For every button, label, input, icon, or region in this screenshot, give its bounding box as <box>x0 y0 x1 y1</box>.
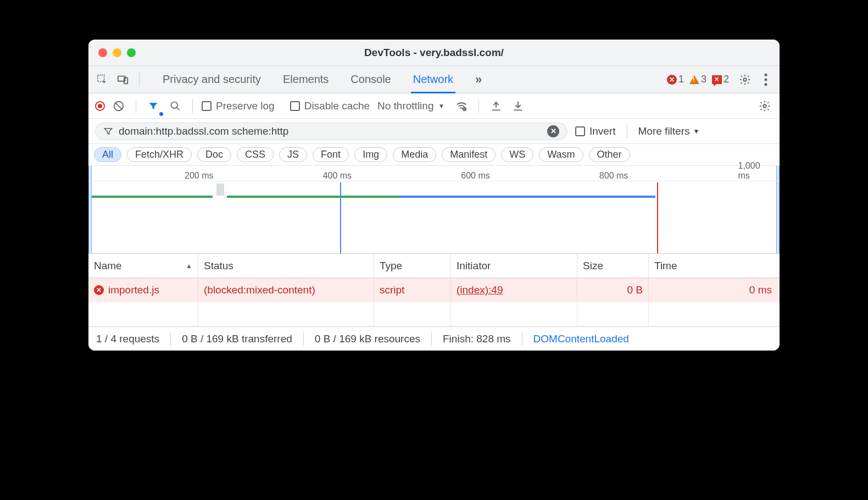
filter-toggle-icon[interactable] <box>145 98 162 114</box>
preserve-log-checkbox[interactable]: Preserve log <box>202 100 275 112</box>
table-empty-row <box>88 302 780 326</box>
timeline-ruler: 200 ms 400 ms 600 ms 800 ms 1,000 ms <box>88 166 780 181</box>
import-har-icon[interactable] <box>510 98 526 114</box>
table-row[interactable]: ✕imported.js (blocked:mixed-content) scr… <box>88 278 780 302</box>
close-window-icon[interactable] <box>98 48 107 57</box>
cell-time: 0 ms <box>649 278 780 302</box>
finish-summary: Finish: 828 ms <box>443 333 511 345</box>
timeline-overview[interactable]: 200 ms 400 ms 600 ms 800 ms 1,000 ms <box>88 166 780 254</box>
error-icon: ✕ <box>667 75 677 85</box>
warnings-badge[interactable]: 3 <box>689 74 706 85</box>
divider <box>478 99 479 113</box>
checkbox-icon <box>202 101 212 111</box>
col-type[interactable]: Type <box>374 254 451 277</box>
status-counters: ✕1 3 ✕2 <box>667 74 729 85</box>
tab-console[interactable]: Console <box>348 66 393 93</box>
window-title: DevTools - very.badssl.com/ <box>88 47 780 59</box>
tabs-overflow-icon[interactable]: » <box>473 66 484 93</box>
timeline-bars <box>88 196 780 198</box>
resource-type-chips: All Fetch/XHR Doc CSS JS Font Img Media … <box>88 144 780 166</box>
tab-privacy-security[interactable]: Privacy and security <box>160 66 263 93</box>
chip-doc[interactable]: Doc <box>197 147 231 162</box>
divider <box>431 332 432 346</box>
chip-all[interactable]: All <box>94 147 121 162</box>
chip-other[interactable]: Other <box>589 147 630 162</box>
svg-point-3 <box>743 78 747 81</box>
devtools-window: DevTools - very.badssl.com/ Privacy and … <box>88 40 780 351</box>
divider <box>522 332 522 346</box>
col-initiator[interactable]: Initiator <box>451 254 577 277</box>
col-size[interactable]: Size <box>577 254 649 277</box>
panel-tabs: Privacy and security Elements Console Ne… <box>160 66 657 93</box>
maximize-window-icon[interactable] <box>127 48 136 57</box>
errors-count: 1 <box>678 74 684 85</box>
chip-wasm[interactable]: Wasm <box>539 147 583 162</box>
tick-label: 1,000 ms <box>738 161 766 181</box>
checkbox-icon <box>290 101 300 111</box>
divider <box>139 73 140 87</box>
cell-initiator[interactable]: (index):49 <box>451 278 577 302</box>
chip-fetch-xhr[interactable]: Fetch/XHR <box>127 147 192 162</box>
divider <box>192 99 193 113</box>
network-conditions-icon[interactable] <box>453 98 470 114</box>
minimize-window-icon[interactable] <box>113 48 121 57</box>
chip-font[interactable]: Font <box>313 147 349 162</box>
device-toolbar-icon[interactable] <box>115 71 131 88</box>
network-settings-icon[interactable] <box>756 98 773 114</box>
clear-icon[interactable] <box>110 98 127 114</box>
chip-ws[interactable]: WS <box>501 147 533 162</box>
throttling-select[interactable]: No throttling ▼ <box>377 100 444 112</box>
chevron-down-icon: ▼ <box>438 102 444 110</box>
warning-icon <box>689 75 699 84</box>
chip-img[interactable]: Img <box>354 147 387 162</box>
inspect-element-icon[interactable] <box>94 71 110 88</box>
network-toolbar: Preserve log Disable cache No throttling… <box>88 93 780 119</box>
chip-media[interactable]: Media <box>393 147 436 162</box>
clear-filter-icon[interactable]: ✕ <box>547 125 559 137</box>
tab-network[interactable]: Network <box>411 66 455 93</box>
search-icon[interactable] <box>167 98 183 114</box>
col-name[interactable]: Name▲ <box>88 254 198 277</box>
svg-point-5 <box>765 78 767 81</box>
tab-label: Network <box>413 73 453 86</box>
kebab-menu-icon[interactable] <box>758 71 774 88</box>
export-har-icon[interactable] <box>488 98 504 114</box>
funnel-icon <box>103 126 113 136</box>
cell-type: script <box>374 278 451 302</box>
cell-name: ✕imported.js <box>88 278 198 302</box>
table-header: Name▲ Status Type Initiator Size Time <box>88 254 780 278</box>
divider <box>303 332 304 346</box>
settings-icon[interactable] <box>737 71 753 88</box>
more-filters-label: More filters <box>638 125 690 137</box>
requests-summary: 1 / 4 requests <box>96 333 159 345</box>
col-status[interactable]: Status <box>198 254 374 277</box>
warnings-count: 3 <box>701 74 706 85</box>
more-filters-button[interactable]: More filters ▼ <box>638 125 700 137</box>
chip-manifest[interactable]: Manifest <box>442 147 496 162</box>
cell-size: 0 B <box>577 278 649 302</box>
svg-point-4 <box>765 73 767 76</box>
disable-cache-checkbox[interactable]: Disable cache <box>290 100 370 112</box>
svg-point-10 <box>763 104 766 108</box>
tab-elements[interactable]: Elements <box>281 66 331 93</box>
tick-label: 200 ms <box>185 171 213 181</box>
svg-point-8 <box>171 102 178 108</box>
domcontentloaded-line-icon <box>340 182 341 253</box>
errors-badge[interactable]: ✕1 <box>667 74 684 85</box>
throttling-label: No throttling <box>377 100 433 112</box>
divider <box>170 332 171 346</box>
chip-js[interactable]: JS <box>279 147 307 162</box>
checkbox-icon <box>575 126 585 136</box>
tick-label: 600 ms <box>461 171 489 181</box>
filter-input[interactable]: domain:http.badssl.com scheme:http ✕ <box>95 123 567 140</box>
record-icon[interactable] <box>95 101 105 111</box>
chip-css[interactable]: CSS <box>237 147 274 162</box>
issues-badge[interactable]: ✕2 <box>712 74 729 85</box>
status-footer: 1 / 4 requests 0 B / 169 kB transferred … <box>88 326 780 351</box>
chevron-down-icon: ▼ <box>693 127 700 135</box>
invert-checkbox[interactable]: Invert <box>575 125 616 137</box>
col-time[interactable]: Time <box>649 254 780 277</box>
tick-label: 800 ms <box>599 171 628 181</box>
tab-label: Privacy and security <box>163 73 261 86</box>
dcl-summary: DOMContentLoaded <box>533 333 629 345</box>
